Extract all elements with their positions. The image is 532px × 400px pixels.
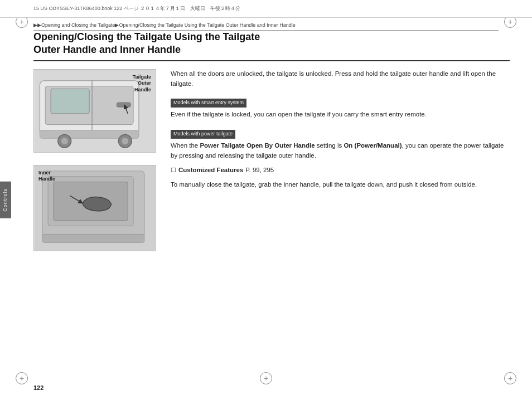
para2: Even if the tailgate is locked, you can … <box>171 110 510 120</box>
breadcrumb: ▶▶Opening and Closing the Tailgate▶Openi… <box>33 22 499 31</box>
right-column: When all the doors are unlocked, the tai… <box>171 69 510 251</box>
content-columns: Tailgate Outer Handle <box>33 69 510 251</box>
left-column: Tailgate Outer Handle <box>33 69 162 251</box>
badge-smart-entry: Models with smart entry system <box>171 93 510 110</box>
top-bar-text: 15 US ODYSSEY-31TK86400.book 122 ページ ２０１… <box>33 5 240 12</box>
svg-rect-17 <box>42 234 144 242</box>
customized-features-ref: ☐ Customized Features P. 99, 295 <box>171 165 510 175</box>
page-heading: Opening/Closing the Tailgate Using the T… <box>33 31 510 61</box>
para4: To manually close the tailgate, grab the… <box>171 180 510 190</box>
customized-pages: P. 99, 295 <box>245 165 274 175</box>
corner-mark-br <box>504 372 516 384</box>
svg-point-9 <box>61 138 68 144</box>
badge-power-tailgate: Models with power tailgate <box>171 124 510 141</box>
para3: When the Power Tailgate Open By Outer Ha… <box>171 141 510 161</box>
badge-power-tailgate-label: Models with power tailgate <box>171 130 235 139</box>
svg-rect-5 <box>117 103 130 107</box>
customized-label: Customized Features <box>178 165 243 175</box>
top-bar: 15 US ODYSSEY-31TK86400.book 122 ページ ２０１… <box>0 0 532 18</box>
badge-smart-entry-label: Models with smart entry system <box>171 99 246 108</box>
side-tab-controls: Controls <box>0 182 11 218</box>
svg-rect-3 <box>51 89 89 113</box>
main-content: Opening/Closing the Tailgate Using the T… <box>11 31 510 372</box>
bottom-image-label: Inner Handle <box>38 170 55 183</box>
corner-mark-bc <box>260 372 272 384</box>
corner-mark-bl <box>16 372 28 384</box>
inner-handle-image: Inner Handle <box>33 165 156 251</box>
para1: When all the doors are unlocked, the tai… <box>171 69 510 89</box>
top-image-label: Tailgate Outer Handle <box>133 74 151 94</box>
svg-point-11 <box>122 138 128 144</box>
page-number: 122 <box>33 384 43 391</box>
tailgate-outer-image: Tailgate Outer Handle <box>33 69 156 153</box>
customized-icon: ☐ <box>171 165 176 175</box>
